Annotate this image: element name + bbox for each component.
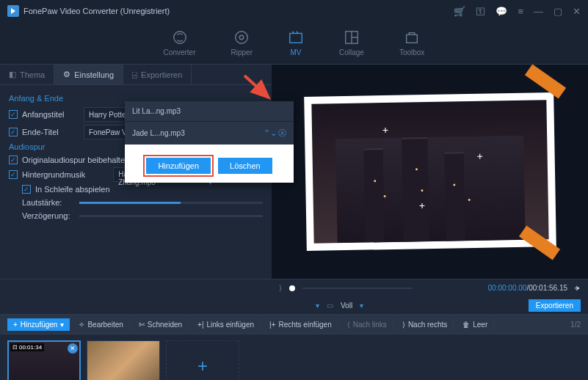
popup-item-label: Jade L...ng.mp3 xyxy=(132,129,185,137)
feedback-icon[interactable]: 💬 xyxy=(496,6,507,17)
music-dropdown-popup: Lit La...ng.mp3 Jade L...ng.mp3 ⌃⌄ ⓧ Hin… xyxy=(125,101,294,183)
bg-music-checkbox[interactable] xyxy=(9,170,18,179)
edit-button[interactable]: ✧Bearbeiten xyxy=(73,318,129,331)
marker-icon[interactable]: + xyxy=(418,200,424,211)
popup-item[interactable]: Jade L...ng.mp3 ⌃⌄ ⓧ xyxy=(125,121,294,145)
app-logo-icon xyxy=(7,5,19,17)
nav-label: Collage xyxy=(339,48,364,56)
add-clip-slot[interactable]: + xyxy=(166,340,239,380)
clip-thumbnail[interactable]: ⊡ 00:01:34 ✕ ▷ 🕨 ✄ ✧ xyxy=(7,340,81,380)
chevron-down-icon[interactable]: ▾ xyxy=(316,302,319,310)
cut-button[interactable]: ✄Schneiden xyxy=(133,318,189,331)
keep-original-checkbox[interactable] xyxy=(9,156,18,164)
end-title-label: Ende-Titel xyxy=(22,128,79,136)
clips-tray: ⊡ 00:01:34 ✕ ▷ 🕨 ✄ ✧ + xyxy=(0,335,588,380)
end-title-checkbox[interactable] xyxy=(9,128,18,136)
bg-music-label: Hintergrundmusik xyxy=(22,170,85,179)
close-icon[interactable]: ✕ xyxy=(573,6,581,17)
nav-mv[interactable]: MV xyxy=(288,29,304,56)
volume-slider[interactable] xyxy=(79,202,263,204)
loop-label: In Schleife abspielen xyxy=(35,185,110,194)
chevron-down-icon[interactable]: ▾ xyxy=(360,302,363,310)
tab-label: Exportieren xyxy=(141,70,182,79)
volume-label: Lautstärke: xyxy=(22,198,73,207)
nav-label: Toolbox xyxy=(399,48,424,56)
delay-label: Verzögerung: xyxy=(22,211,73,220)
svg-rect-8 xyxy=(407,34,418,43)
clip-thumbnail[interactable] xyxy=(87,340,160,380)
scissors-icon: ✄ xyxy=(139,321,145,329)
nav-label: Converter xyxy=(164,48,196,56)
page-indicator: 1/2 xyxy=(570,321,581,329)
move-left-button[interactable]: ⟨ Nach links xyxy=(341,318,393,331)
tab-settings[interactable]: ⚙ Einstellung xyxy=(54,65,123,84)
theme-icon: ◧ xyxy=(9,70,16,79)
delay-slider[interactable] xyxy=(79,215,263,217)
volume-icon[interactable]: 🕩 xyxy=(573,284,581,292)
insert-right-button[interactable]: |+ Rechts einfügen xyxy=(264,318,338,331)
tab-label: Einstellung xyxy=(74,70,114,79)
svg-marker-0 xyxy=(11,8,15,14)
marker-icon[interactable]: + xyxy=(382,123,388,135)
toolbox-icon xyxy=(404,29,420,45)
timecode: 00:00:00.00/00:01:56.15 xyxy=(488,284,567,292)
minimize-icon[interactable]: — xyxy=(534,6,543,17)
preview-panel: + + + + xyxy=(272,65,588,279)
keep-original-label: Originalaudiospur beibehalten xyxy=(22,156,129,164)
main-nav: Converter Ripper MV Collage Toolbox xyxy=(0,22,588,65)
insert-left-button[interactable]: +| Links einfügen xyxy=(192,318,261,331)
tab-label: Thema xyxy=(20,70,45,79)
clip-toolbar: + Hinzufügen ▾ ✧Bearbeiten ✄Schneiden +|… xyxy=(0,314,588,335)
playhead-dot[interactable] xyxy=(289,285,295,291)
clip-duration-badge: ⊡ 00:01:34 xyxy=(10,343,44,351)
export-icon: ⍈ xyxy=(132,70,137,79)
svg-rect-4 xyxy=(290,34,302,43)
converter-icon xyxy=(172,29,188,45)
cart-icon[interactable]: 🛒 xyxy=(454,6,465,17)
titlebar: FonePaw Video Converter (Unregistriert) … xyxy=(0,0,588,22)
app-title: FonePaw Video Converter (Unregistriert) xyxy=(23,7,170,15)
popup-item[interactable]: Lit La...ng.mp3 xyxy=(125,101,294,121)
voll-label: Voll xyxy=(341,302,352,310)
tab-theme[interactable]: ◧ Thema xyxy=(0,65,54,84)
timeline-scrubber[interactable] xyxy=(302,288,413,289)
nav-toolbox[interactable]: Toolbox xyxy=(399,29,424,56)
svg-point-3 xyxy=(240,35,244,40)
clear-button[interactable]: 🗑Leer xyxy=(457,318,494,331)
wand-icon: ✧ xyxy=(79,321,84,329)
gear-icon: ⚙ xyxy=(63,70,70,79)
tab-export[interactable]: ⍈ Exportieren xyxy=(123,65,192,84)
trash-icon: 🗑 xyxy=(462,321,470,329)
svg-point-2 xyxy=(236,32,248,44)
preview-image: + + + xyxy=(311,100,548,244)
mv-icon xyxy=(288,29,304,45)
start-title-checkbox[interactable] xyxy=(9,110,18,119)
maximize-icon[interactable]: ▢ xyxy=(553,6,562,17)
ripper-icon xyxy=(233,29,250,45)
add-clip-button[interactable]: + Hinzufügen ▾ xyxy=(7,318,70,331)
add-button[interactable]: Hinzufügen xyxy=(146,158,211,174)
marker-icon[interactable]: + xyxy=(476,150,482,161)
start-title-label: Anfangstitel xyxy=(22,110,79,119)
nav-collage[interactable]: Collage xyxy=(339,29,364,56)
export-button[interactable]: Exportieren xyxy=(529,299,581,312)
delete-button[interactable]: Löschen xyxy=(218,158,272,174)
move-right-button[interactable]: ⟩ Nach rechts xyxy=(396,318,454,331)
fullscreen-icon[interactable]: ▭ xyxy=(327,302,333,310)
key-icon[interactable]: ⚿ xyxy=(476,6,485,17)
nav-ripper[interactable]: Ripper xyxy=(231,29,253,56)
nav-converter[interactable]: Converter xyxy=(164,29,196,56)
preview-frame: + + + xyxy=(304,92,556,251)
nav-label: Ripper xyxy=(231,48,253,56)
chevron-right-icon[interactable]: ⟩ xyxy=(279,284,282,292)
svg-point-1 xyxy=(173,32,186,44)
popup-item-label: Lit La...ng.mp3 xyxy=(132,107,181,115)
popup-item-controls[interactable]: ⌃⌄ ⓧ xyxy=(264,128,286,139)
collage-icon xyxy=(344,29,360,45)
loop-checkbox[interactable] xyxy=(22,185,31,194)
clip-remove-button[interactable]: ✕ xyxy=(68,343,78,354)
timeline-controls: ⟩ 00:00:00.00/00:01:56.15 🕩 xyxy=(0,279,588,296)
nav-label: MV xyxy=(290,48,301,56)
menu-icon[interactable]: ≡ xyxy=(518,6,523,17)
